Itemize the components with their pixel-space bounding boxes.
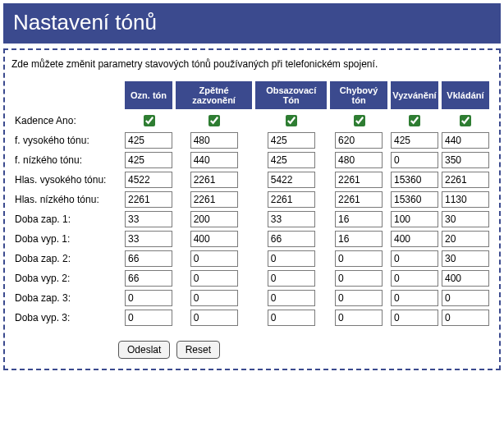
input-off1-chyb[interactable] [335,231,383,247]
input-vol_low-zpet[interactable] [190,191,238,208]
input-vol_high-vyzv[interactable] [391,172,438,188]
input-vol_low-obs[interactable] [268,191,315,208]
input-on3-ozn[interactable] [125,290,172,306]
input-off3-ozn[interactable] [125,310,172,326]
input-off1-ozn[interactable] [125,231,172,247]
cell-f_high-vyzv [391,132,438,149]
cell-vol_low-vkl [442,191,489,208]
cell-f_low-chyb [330,152,387,168]
input-off1-vyzv[interactable] [391,231,438,247]
input-on2-vyzv[interactable] [391,250,438,267]
checkbox-kadence-obs[interactable] [286,115,297,126]
input-on1-zpet[interactable] [190,211,238,227]
row-kadence: Kadence Ano: [15,112,489,129]
input-vol_high-obs[interactable] [268,172,315,188]
input-on1-vyzv[interactable] [391,211,438,227]
submit-button[interactable]: Odeslat [118,341,170,359]
input-f_low-ozn[interactable] [125,152,172,168]
cell-vol_low-vyzv [391,191,438,208]
input-off3-vyzv[interactable] [391,310,438,326]
column-header-vkl: Vkládání [442,81,489,109]
row-label-f_low: f. nízkého tónu: [15,152,121,168]
input-off3-vkl[interactable] [442,310,489,326]
input-f_low-vkl[interactable] [442,152,489,168]
cell-f_high-chyb [330,132,387,149]
input-f_high-chyb[interactable] [335,132,383,149]
cell-f_low-zpet [176,152,252,168]
input-f_low-obs[interactable] [268,152,315,168]
cell-vol_high-vyzv [391,172,438,188]
header-spacer [15,81,121,109]
cell-off2-zpet [176,270,252,287]
input-vol_low-vyzv[interactable] [391,191,438,208]
cell-off1-chyb [330,231,387,247]
cell-on3-vyzv [391,290,438,306]
cell-off3-ozn [125,310,172,326]
input-on2-ozn[interactable] [125,250,172,267]
input-f_high-obs[interactable] [268,132,315,149]
input-on2-obs[interactable] [268,250,315,267]
column-header-vyzv: Vyzvánění [391,81,438,109]
page-title: Nastavení tónů [3,3,501,44]
input-f_low-chyb[interactable] [335,152,383,168]
input-on1-ozn[interactable] [125,211,172,227]
cell-off1-obs [255,231,327,247]
input-on3-chyb[interactable] [335,290,383,306]
input-f_high-zpet[interactable] [190,132,238,149]
cell-vol_high-obs [255,172,327,188]
input-off1-obs[interactable] [268,231,315,247]
input-on2-vkl[interactable] [442,250,489,267]
row-f_low: f. nízkého tónu: [15,152,489,168]
input-on3-obs[interactable] [268,290,315,306]
cell-vol_high-ozn [125,172,172,188]
row-label-vol_low: Hlas. nízkého tónu: [15,191,121,208]
input-on3-vyzv[interactable] [391,290,438,306]
input-vol_high-zpet[interactable] [190,172,238,188]
input-off2-zpet[interactable] [190,270,238,287]
input-off3-chyb[interactable] [335,310,383,326]
input-vol_high-ozn[interactable] [125,172,172,188]
input-off2-vkl[interactable] [442,270,489,287]
tone-settings-table: Ozn. tónZpětné zazvoněníObsazovací TónCh… [11,78,493,329]
input-off2-vyzv[interactable] [391,270,438,287]
input-off3-obs[interactable] [268,310,315,326]
checkbox-kadence-zpet[interactable] [208,115,220,126]
cell-f_low-vyzv [391,152,438,168]
input-vol_high-chyb[interactable] [335,172,383,188]
checkbox-kadence-ozn[interactable] [144,115,155,126]
cell-on2-chyb [330,250,387,267]
input-vol_high-vkl[interactable] [442,172,489,188]
checkbox-kadence-vkl[interactable] [460,115,471,126]
input-f_low-zpet[interactable] [190,152,238,168]
input-on2-zpet[interactable] [190,250,238,267]
checkbox-kadence-vyzv[interactable] [409,115,420,126]
input-vol_low-chyb[interactable] [335,191,383,208]
input-on1-obs[interactable] [268,211,315,227]
column-header-chyb: Chybový tón [330,81,387,109]
input-on1-vkl[interactable] [442,211,489,227]
input-on3-vkl[interactable] [442,290,489,306]
input-on2-chyb[interactable] [335,250,383,267]
reset-button[interactable]: Reset [176,341,220,359]
input-f_low-vyzv[interactable] [391,152,438,168]
input-off1-vkl[interactable] [442,231,489,247]
checkbox-kadence-chyb[interactable] [354,115,365,126]
cell-on1-vkl [442,211,489,227]
input-off3-zpet[interactable] [190,310,238,326]
row-label-off2: Doba vyp. 2: [15,270,121,287]
intro-text: Zde můžete změnit parametry stavových tó… [11,58,493,70]
input-vol_low-ozn[interactable] [125,191,172,208]
input-f_high-vyzv[interactable] [391,132,438,149]
input-on1-chyb[interactable] [335,211,383,227]
input-on3-zpet[interactable] [190,290,238,306]
input-vol_low-vkl[interactable] [442,191,489,208]
input-off2-chyb[interactable] [335,270,383,287]
input-off1-zpet[interactable] [190,231,238,247]
input-f_high-ozn[interactable] [125,132,172,149]
input-off2-ozn[interactable] [125,270,172,287]
column-header-obs: Obsazovací Tón [255,81,327,109]
input-off2-obs[interactable] [268,270,315,287]
cell-vol_low-chyb [330,191,387,208]
row-label-off3: Doba vyp. 3: [15,310,121,326]
input-f_high-vkl[interactable] [442,132,489,149]
